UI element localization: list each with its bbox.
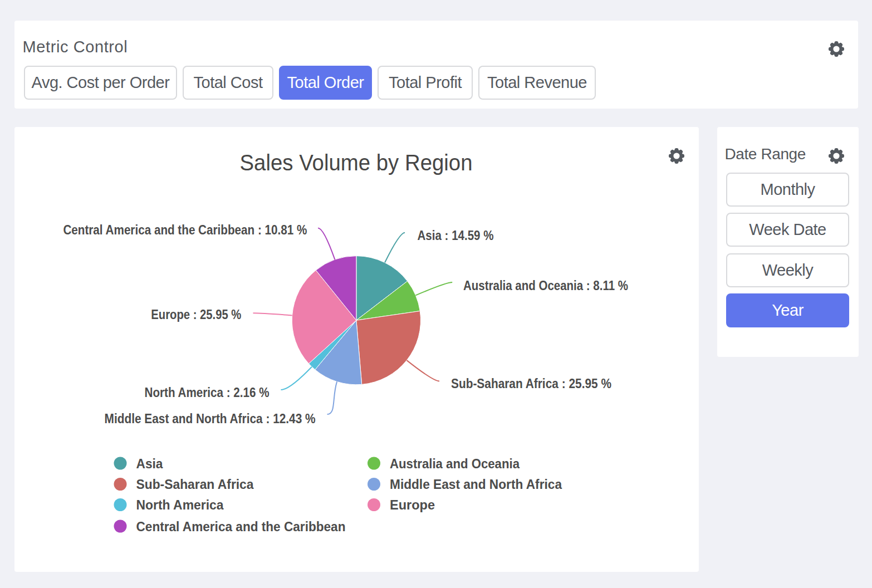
svg-text:Central America and the Caribb: Central America and the Caribbean : 10.8…	[63, 222, 307, 237]
svg-text:Europe: Europe	[390, 497, 435, 512]
svg-text:Europe : 25.95 %: Europe : 25.95 %	[151, 307, 241, 322]
svg-text:North America : 2.16 %: North America : 2.16 %	[145, 385, 270, 400]
svg-text:Middle East and North Africa: Middle East and North Africa	[390, 477, 562, 492]
svg-text:Sub-Saharan Africa : 25.95 %: Sub-Saharan Africa : 25.95 %	[451, 376, 611, 391]
svg-text:Sub-Saharan Africa: Sub-Saharan Africa	[136, 477, 254, 492]
svg-text:Central America and the Caribb: Central America and the Caribbean	[136, 519, 346, 534]
svg-text:Australia and Oceania: Australia and Oceania	[390, 456, 520, 471]
svg-text:Asia : 14.59 %: Asia : 14.59 %	[418, 228, 494, 243]
svg-text:Asia: Asia	[136, 456, 164, 471]
svg-text:Middle East and North Africa :: Middle East and North Africa : 12.43 %	[105, 411, 316, 426]
svg-text:North America: North America	[136, 497, 224, 512]
svg-text:Australia and Oceania : 8.11 %: Australia and Oceania : 8.11 %	[463, 278, 628, 293]
svg-text:Sales Volume by Region: Sales Volume by Region	[240, 150, 473, 175]
